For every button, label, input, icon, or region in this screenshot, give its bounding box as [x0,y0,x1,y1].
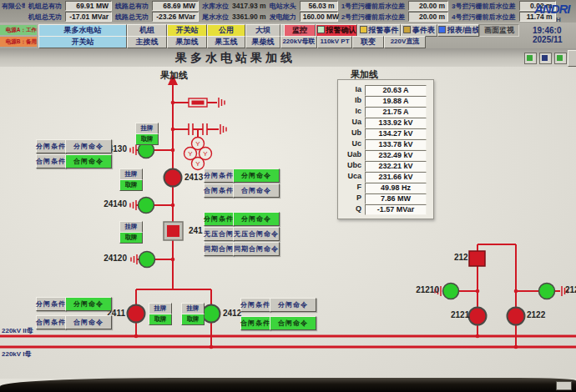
disconnector-2411[interactable] [128,305,145,323]
sync-close-241[interactable]: 同期合闸 [204,242,234,256]
disconnector-2121[interactable] [469,308,487,325]
meas-value: 231.66 kV [365,172,427,183]
tab-110kv-pt[interactable]: 110kV PT [317,36,352,48]
tab-dam[interactable]: 大坝 [245,24,280,37]
untag-button-2413[interactable]: 取牌 [119,179,143,191]
untag-button-2411[interactable]: 取牌 [149,314,172,325]
tab-tie-transformer[interactable]: 联变 [352,36,384,48]
meas-label: Ib [338,96,361,104]
open-cmd-241[interactable]: 分闸命令 [233,212,280,226]
top-status-bar: 有限公司 机组总有功 69.91 MW 线路总有功 68.69 MW 水库水位 … [0,0,576,23]
dead-close-cmd-241[interactable]: 无压合闸命令 [233,227,280,241]
close-cond-2412[interactable]: 合闸条件 [240,316,270,330]
scrollbar-button[interactable] [568,50,576,67]
untag-button-2412[interactable]: 取牌 [181,314,205,325]
company-label: 有限公司 [2,2,25,11]
pt-winding-symbol: Y [188,150,193,158]
tab-guochai-line[interactable]: 果柴线 [245,36,280,48]
earth-switch-21220[interactable] [539,284,555,299]
dead-close-241[interactable]: 无压合闸 [204,227,234,241]
open-cmd-24130[interactable]: 分闸命令 [65,139,112,153]
field-value: -17.01 MVar [65,12,112,22]
event-list-button[interactable]: 事件表 [401,24,437,37]
disconnector-2413[interactable] [164,169,182,187]
meas-label: Ia [338,85,361,93]
menu-bar: 电源A：工作 电源B：备用 果多水电站 机组 开关站 公用 大坝 AGC/AVC… [0,23,576,49]
close-cmd-2411[interactable]: 合闸命令 [65,315,112,329]
close-cmd-2413[interactable]: 合闸命令 [233,183,280,198]
field-label: 发电能力 [270,13,296,22]
tag-button-241[interactable]: 挂牌 [119,221,143,233]
untag-button-24130[interactable]: 取牌 [135,133,159,145]
tab-guojia-line[interactable]: 果加线 [167,36,207,48]
toolbar-nav-icon-3[interactable] [554,53,567,64]
alarm-ack-button[interactable]: 报警确认 [316,24,357,37]
open-cond-2413[interactable]: 分闸条件 [204,168,234,183]
toolbar-nav-icon-2[interactable] [539,53,552,64]
open-cmd-2413[interactable]: 分闸命令 [233,168,280,183]
line-measurement-panel: Ia20.63 A Ib19.88 A Ic21.75 A Ua133.92 k… [337,79,434,219]
alarm-ack-label: 报警确认 [326,26,356,34]
meas-value: 7.86 MW [365,193,427,204]
disconnector-2122[interactable] [508,308,525,325]
logo-text: ANDRI [534,2,576,16]
close-cmd-2412[interactable]: 合闸命令 [270,316,316,330]
tag-button-2412[interactable]: 挂牌 [181,303,205,314]
tag-button-2411[interactable]: 挂牌 [149,303,172,314]
breaker-212[interactable] [469,251,485,266]
close-cond-24130[interactable]: 合闸条件 [36,154,66,168]
tab-bus-tie[interactable]: 220kV母联 [280,36,317,48]
meas-value: 134.27 kV [365,128,427,139]
scada-screen: 有限公司 机组总有功 69.91 MW 线路总有功 68.69 MW 水库水位 … [0,0,576,392]
tab-common[interactable]: 公用 [207,24,245,37]
pt-winding-symbol: Y [203,150,208,158]
open-cmd-2412[interactable]: 分闸命令 [270,298,316,312]
breaker-241[interactable] [164,222,183,240]
field-label: 3号拦污栅前后水位差 [452,2,515,11]
toolbar-nav-icon-1[interactable] [524,53,537,64]
tab-units[interactable]: 机组 [127,24,167,37]
label-21220: 21220 [565,285,576,294]
alarm-event-button[interactable]: 报警事件 [357,24,401,37]
field-value: 68.69 MW [152,1,199,11]
tag-button-24130[interactable]: 挂牌 [135,123,159,134]
meas-value: 49.98 Hz [365,183,427,193]
open-cond-24130[interactable]: 分闸条件 [36,139,66,153]
earth-switch-24140[interactable] [139,198,154,214]
field-label: 尾水水位 [202,13,229,22]
disconnector-2412[interactable] [203,305,220,323]
meas-label: P [338,193,361,202]
earth-switch-21210[interactable] [443,284,459,299]
single-line-diagram: Y Y Y Y [0,67,576,379]
screen-watch-button[interactable]: 画面监视 [479,24,519,37]
open-cmd-2411[interactable]: 分闸命令 [65,297,112,311]
tab-switchyard-2[interactable]: 开关站 [38,36,127,48]
taskbar-item[interactable] [556,381,572,390]
tab-guoyu-line[interactable]: 果玉线 [207,36,245,48]
close-cond-2411[interactable]: 合闸条件 [36,315,66,329]
tag-button-2413[interactable]: 挂牌 [119,168,143,180]
tab-220v-dc[interactable]: 220V直流 [384,36,426,48]
close-cond-2413[interactable]: 合闸条件 [204,183,234,198]
arrester-symbol [189,98,207,107]
alarm-ack-icon [317,26,325,33]
event-list-icon [403,26,411,33]
open-cond-2411[interactable]: 分闸条件 [36,297,66,311]
tab-switchyard[interactable]: 开关站 [167,24,207,37]
field-value: 160.00 MW [300,12,338,22]
open-cond-241[interactable]: 分闸条件 [204,212,234,226]
field-label: 机组总无功 [28,13,62,22]
open-cond-2412[interactable]: 分闸条件 [240,298,270,312]
andritz-logo: ANDRI H [534,2,576,23]
clock-date: 2025/11 [533,35,563,44]
earth-switch-24120[interactable] [139,252,155,268]
tab-main-wiring[interactable]: 主接线 [127,36,167,48]
tab-station[interactable]: 果多水电站 [38,24,127,37]
tab-monitor[interactable]: 监控 [284,24,316,37]
report-curve-button[interactable]: 报表/曲线 [437,24,479,37]
untag-button-241[interactable]: 取牌 [119,232,143,244]
bus-2-label: 220kV II母 [2,326,33,335]
close-cmd-24130[interactable]: 合闸命令 [65,154,112,168]
sync-close-cmd-241[interactable]: 同期合闸命令 [233,242,280,256]
meas-label: Ua [338,118,361,126]
